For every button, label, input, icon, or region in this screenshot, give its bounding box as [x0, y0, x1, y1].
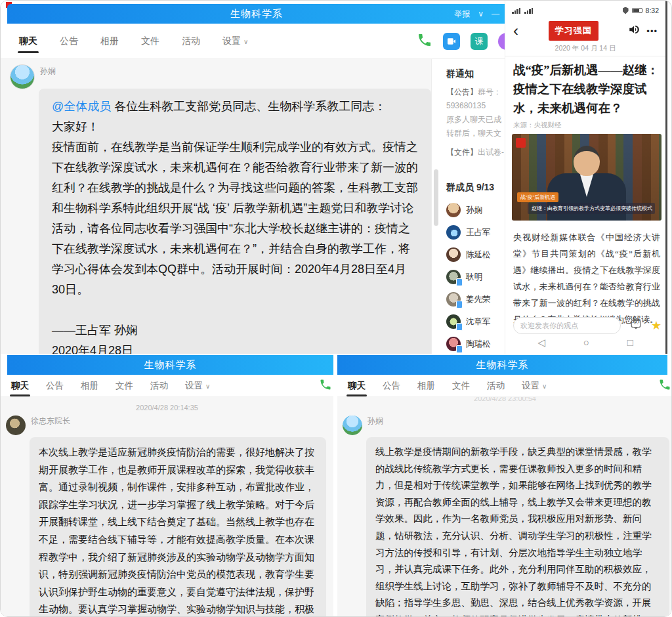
- avatar[interactable]: [6, 415, 26, 435]
- titlebar: 生物科学系: [337, 355, 667, 375]
- class-icon[interactable]: 课: [471, 33, 488, 50]
- nav-recents-icon[interactable]: □: [627, 337, 633, 349]
- tab-files[interactable]: 文件: [451, 376, 471, 396]
- tab-files[interactable]: 文件: [140, 30, 161, 53]
- sender-name: 孙娴: [368, 415, 669, 427]
- xuexi-app-screenshot: 8:32 ‹ 学习强国 ••• 2020 年 04 月 14 日 战“疫”后新机…: [505, 1, 667, 354]
- divider: [505, 56, 665, 56]
- comment-bar: ★: [505, 316, 665, 335]
- video-subtitle: 赵继：由教育引领的教学方式变革必须突破传统模式: [528, 203, 655, 214]
- voice-call-icon[interactable]: [417, 32, 432, 51]
- member-row[interactable]: 陈延松: [446, 244, 506, 266]
- mobile-online-icon: [456, 323, 463, 331]
- chevron-down-icon: ∨: [542, 383, 547, 390]
- android-nav-bar: ◁ ○ □: [505, 337, 665, 349]
- minimize-button[interactable]: —: [492, 9, 499, 18]
- tabbar: 聊天 公告 相册 文件 活动 设置∨: [337, 375, 672, 397]
- group-notice-header: 群通知: [446, 68, 506, 80]
- notice-file[interactable]: 【文件】出试卷-: [446, 146, 506, 160]
- avatar[interactable]: [343, 415, 362, 435]
- tab-chat[interactable]: 聊天: [18, 30, 39, 53]
- speaker-portrait: [574, 146, 600, 176]
- back-icon[interactable]: ‹: [513, 23, 518, 39]
- window-title: 生物科学系: [230, 8, 283, 20]
- comment-icon[interactable]: [630, 318, 642, 333]
- sender-name: 徐忠东院长: [31, 415, 326, 427]
- message-text: 疫情面前，在线教学是当前保证学生顺利完成学业的有效方式。疫情之下在线教学深度试水…: [52, 137, 418, 300]
- tab-announcement[interactable]: 公告: [45, 376, 65, 396]
- tab-settings[interactable]: 设置∨: [520, 376, 548, 396]
- xuexi-logo: 学习强国: [549, 21, 598, 41]
- group-number: 593680135: [446, 99, 506, 113]
- qq-group-window-left: 生物科学系 聊天 公告 相册 文件 活动 设置∨ 2020/4/28 20:14…: [1, 354, 333, 617]
- group-sidebar: 群通知 【公告】群号： 593680135 原多人聊天已成 转群后，聊天文 【文…: [431, 59, 506, 354]
- nav-home-icon[interactable]: ○: [583, 337, 589, 349]
- chevron-down-icon[interactable]: ∨: [478, 9, 484, 18]
- avatar: [446, 337, 461, 351]
- message-bubble: @全体成员 各位生科教工支部党员同志、生物科学系教工同志： 大家好！ 疫情面前，…: [39, 89, 431, 354]
- nav-back-icon[interactable]: ◁: [537, 337, 545, 349]
- mobile-online-icon: [456, 301, 463, 308]
- article-headline: 战“疫”后新机遇——赵继：疫情之下在线教学深度试水，未来机遇何在？: [513, 61, 660, 118]
- tab-chat[interactable]: 聊天: [346, 376, 367, 396]
- avatar[interactable]: [10, 64, 35, 89]
- tab-activity[interactable]: 活动: [180, 30, 201, 53]
- avatar: [446, 247, 461, 262]
- notice-text: 转群后，聊天文: [446, 127, 506, 140]
- tab-chat[interactable]: 聊天: [10, 376, 30, 396]
- article-date: 2020 年 04 月 14 日: [505, 44, 665, 53]
- member-row[interactable]: 陶瑞松: [446, 333, 506, 355]
- tab-album[interactable]: 相册: [416, 376, 436, 396]
- window-title: 生物科学系: [144, 359, 197, 372]
- chevron-down-icon: ∨: [205, 383, 210, 390]
- chat-area: 2020/4/28 23:00:54 孙娴 线上教学是疫情期间的新教学手段，缺乏…: [337, 397, 672, 617]
- scrollbar[interactable]: [434, 169, 438, 226]
- avatar: [446, 270, 461, 284]
- video-call-icon[interactable]: [443, 33, 460, 50]
- report-button[interactable]: 举报: [454, 9, 470, 20]
- tabbar: 聊天 公告 相册 文件 活动 设置∨: [1, 375, 333, 397]
- titlebar: 生物科学系 举报 ∨ —: [7, 4, 506, 24]
- tab-settings[interactable]: 设置∨: [221, 30, 249, 53]
- member-row[interactable]: 耿明: [446, 266, 506, 288]
- signal-icon: [512, 8, 520, 14]
- qq-group-window-right: 生物科学系 聊天 公告 相册 文件 活动 设置∨ 2020/4/28 23:00…: [337, 354, 672, 617]
- tab-settings[interactable]: 设置∨: [184, 376, 211, 396]
- shield-icon: [623, 7, 629, 14]
- tab-announcement[interactable]: 公告: [381, 376, 402, 396]
- mention-link[interactable]: @全体成员: [52, 100, 111, 113]
- member-row[interactable]: 沈章军: [446, 310, 506, 333]
- avatar: [446, 314, 461, 329]
- video-thumbnail[interactable]: 战“疫”后新机遇 赵继：由教育引领的教学方式变革必须突破传统模式: [512, 134, 662, 221]
- clock: 8:32: [646, 7, 659, 14]
- signal-icon: [524, 8, 533, 14]
- voice-call-icon[interactable]: [658, 378, 671, 394]
- voice-call-icon[interactable]: [319, 378, 332, 394]
- blank-line: [52, 300, 418, 320]
- member-row[interactable]: 王占军: [446, 221, 506, 244]
- avatar: [446, 292, 461, 307]
- phone-status-bar: 8:32: [505, 5, 665, 16]
- titlebar: 生物科学系: [7, 355, 333, 375]
- more-options-icon[interactable]: •••: [646, 26, 658, 36]
- battery-icon: [632, 8, 642, 13]
- tab-activity[interactable]: 活动: [149, 376, 169, 396]
- tab-album[interactable]: 相册: [79, 376, 100, 396]
- message-signature: ——王占军 孙娴: [52, 320, 418, 341]
- tab-album[interactable]: 相册: [99, 30, 120, 53]
- member-row[interactable]: 姜先荣: [446, 288, 506, 310]
- message-text: 大家好！: [52, 117, 418, 137]
- avatar: [446, 203, 461, 217]
- message-group-notice: 孙娴 @全体成员 各位生科教工支部党员同志、生物科学系教工同志： 大家好！ 疫情…: [10, 64, 431, 354]
- message: 孙娴 线上教学是疫情期间的新教学手段，缺乏典型的课堂情景感，教学的战线比传统教学…: [343, 415, 669, 617]
- favorite-star-icon[interactable]: ★: [651, 320, 662, 331]
- members-header: 群成员 9/13: [446, 182, 506, 194]
- tab-announcement[interactable]: 公告: [58, 30, 79, 53]
- notice-announcement[interactable]: 【公告】群号：: [446, 85, 506, 99]
- tab-files[interactable]: 文件: [114, 376, 135, 396]
- member-row[interactable]: 孙娴: [446, 199, 506, 221]
- speaker-icon[interactable]: [628, 24, 646, 38]
- message-bubble: 线上教学是疫情期间的新教学手段，缺乏典型的课堂情景感，教学的战线比传统教学方式更…: [366, 437, 669, 617]
- tab-activity[interactable]: 活动: [486, 376, 506, 396]
- comment-input[interactable]: [513, 317, 621, 334]
